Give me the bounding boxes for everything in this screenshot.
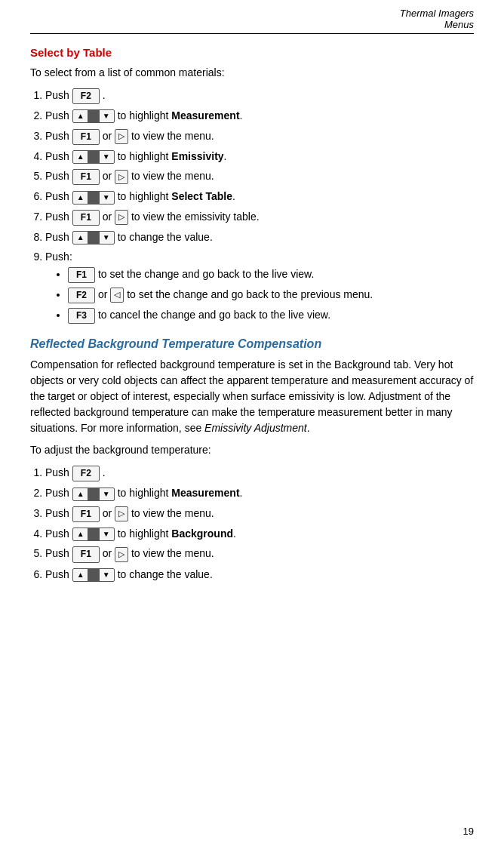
s2-step-2: Push ▲ ▼ to highlight Measurement. xyxy=(45,484,474,501)
step8-post: to change the value. xyxy=(118,231,213,243)
step5-pre: Push xyxy=(45,170,72,182)
step1-post: . xyxy=(103,89,106,101)
header-line1: Thermal Imagers xyxy=(400,8,474,19)
divider-2 xyxy=(88,151,100,163)
step6-pre: Push xyxy=(45,190,72,202)
section2-steps: Push F2 . Push ▲ ▼ to highlight Measurem… xyxy=(45,464,474,583)
s2-step4-pre: Push xyxy=(45,528,72,540)
down-arrow-s2-1: ▼ xyxy=(100,488,112,500)
key-f2-bullet: F2 xyxy=(68,288,95,303)
section1-steps: Push F2 . Push ▲ ▼ to highlight Measurem… xyxy=(45,87,474,324)
divider-s2-3 xyxy=(88,569,100,581)
s2-step3-post: to view the menu. xyxy=(131,507,214,519)
step3-pre: Push xyxy=(45,130,72,142)
step7-pre: Push xyxy=(45,211,72,223)
step4-pre: Push xyxy=(45,150,72,162)
down-arrow-3: ▼ xyxy=(100,192,112,204)
up-down-btn-3: ▲ ▼ xyxy=(72,191,115,205)
bullet-f3-text: to cancel the change and go back to the … xyxy=(98,309,330,321)
up-arrow-1: ▲ xyxy=(75,110,87,122)
section1-title: Select by Table xyxy=(30,46,474,59)
page-content: Thermal Imagers Menus Select by Table To… xyxy=(0,0,504,619)
down-arrow-1: ▼ xyxy=(100,110,112,122)
section-select-by-table: Select by Table To select from a list of… xyxy=(30,46,474,324)
section2-intro2: To adjust the background temperature: xyxy=(30,442,474,458)
up-arrow-s2-1: ▲ xyxy=(75,488,87,500)
header-line2: Menus xyxy=(444,19,474,30)
up-arrow-4: ▲ xyxy=(75,232,87,244)
down-arrow-4: ▼ xyxy=(100,232,112,244)
key-f2-1: F2 xyxy=(72,88,100,104)
left-arrow-btn-bullet: ◁ xyxy=(110,288,124,303)
step9-bullets: F1 to set the change and go back to the … xyxy=(68,266,474,324)
divider-s2-2 xyxy=(88,528,100,540)
section-reflected-background: Reflected Background Temperature Compens… xyxy=(30,337,474,583)
down-arrow-s2-2: ▼ xyxy=(100,528,112,540)
s2-step6-post: to change the value. xyxy=(118,568,213,580)
step3-mid: or xyxy=(103,130,115,142)
s2-step3-mid: or xyxy=(103,507,115,519)
key-f1-3: F1 xyxy=(72,210,100,226)
section2-title: Reflected Background Temperature Compens… xyxy=(30,337,474,351)
up-down-btn-s2-1: ▲ ▼ xyxy=(72,488,115,501)
down-arrow-2: ▼ xyxy=(100,151,112,163)
s2-step-3: Push F1 or ▷ to view the menu. xyxy=(45,505,474,522)
step5-post: to view the menu. xyxy=(131,170,214,182)
s2-step3-pre: Push xyxy=(45,507,72,519)
bullet-f2-text: to set the change and go back to the pre… xyxy=(127,288,373,300)
right-arrow-btn-2: ▷ xyxy=(115,170,128,185)
divider-3 xyxy=(88,192,100,204)
step8-pre: Push xyxy=(45,231,72,243)
s2-step6-pre: Push xyxy=(45,568,72,580)
up-arrow-s2-2: ▲ xyxy=(75,528,87,540)
divider-4 xyxy=(88,232,100,244)
bullet-f1-text: to set the change and go back to the liv… xyxy=(98,268,314,280)
step7-post: to view the emissivity table. xyxy=(131,211,260,223)
section1-intro: To select from a list of common material… xyxy=(30,65,474,81)
key-f1-bullet: F1 xyxy=(68,267,95,283)
s2-step5-post: to view the menu. xyxy=(131,547,214,559)
step4-mid: to highlight Emissivity. xyxy=(118,150,227,162)
key-f1-2: F1 xyxy=(72,169,100,185)
up-arrow-2: ▲ xyxy=(75,151,87,163)
emissivity-link: Emissivity Adjustment xyxy=(204,422,307,434)
step2-pre: Push xyxy=(45,109,72,121)
step-7: Push F1 or ▷ to view the emissivity tabl… xyxy=(45,208,474,226)
step-3: Push F1 or ▷ to view the menu. xyxy=(45,128,474,145)
s2-step-5: Push F1 or ▷ to view the menu. xyxy=(45,545,474,562)
s2-step-1: Push F2 . xyxy=(45,464,474,481)
key-f1-s2-1: F1 xyxy=(72,506,100,522)
right-arrow-btn-s2-2: ▷ xyxy=(115,547,128,562)
s2-step1-pre: Push xyxy=(45,466,72,478)
up-down-btn-4: ▲ ▼ xyxy=(72,231,115,245)
page-header: Thermal Imagers Menus xyxy=(30,8,474,34)
s2-step-4: Push ▲ ▼ to highlight Background. xyxy=(45,525,474,542)
step-1: Push F2 . xyxy=(45,87,474,104)
bullet-f3: F3 to cancel the change and go back to t… xyxy=(68,306,474,324)
step2-mid: to highlight Measurement. xyxy=(118,109,243,121)
up-down-btn-1: ▲ ▼ xyxy=(72,109,115,123)
page-number: 19 xyxy=(463,826,474,837)
s2-step-6: Push ▲ ▼ to change the value. xyxy=(45,566,474,583)
key-f3-bullet: F3 xyxy=(68,308,95,324)
step-4: Push ▲ ▼ to highlight Emissivity. xyxy=(45,148,474,165)
step-2: Push ▲ ▼ to highlight Measurement. xyxy=(45,107,474,124)
step7-mid: or xyxy=(103,211,115,223)
body1-end: . xyxy=(307,422,310,434)
step1-pre: Push xyxy=(45,89,72,101)
up-down-btn-2: ▲ ▼ xyxy=(72,150,115,164)
up-arrow-s2-3: ▲ xyxy=(75,569,87,581)
bullet-f1: F1 to set the change and go back to the … xyxy=(68,266,474,283)
divider-s2-1 xyxy=(88,488,100,500)
s2-step2-mid: to highlight Measurement. xyxy=(118,487,243,499)
step5-mid: or xyxy=(103,170,115,182)
up-arrow-3: ▲ xyxy=(75,192,87,204)
step-5: Push F1 or ▷ to view the menu. xyxy=(45,168,474,185)
divider-1 xyxy=(88,110,100,122)
step9-text: Push: xyxy=(45,251,72,263)
key-f2-s2-1: F2 xyxy=(72,466,100,481)
s2-step4-mid: to highlight Background. xyxy=(118,528,236,540)
bullet-f2-or: or xyxy=(98,288,110,300)
s2-step5-pre: Push xyxy=(45,547,72,559)
key-f1-s2-2: F1 xyxy=(72,546,100,562)
